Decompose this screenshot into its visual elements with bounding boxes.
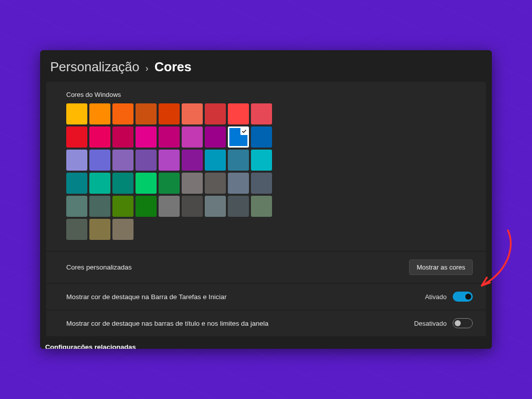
color-swatch[interactable] — [159, 126, 180, 148]
color-swatch[interactable] — [251, 173, 272, 194]
swatch-row — [66, 150, 272, 171]
color-swatch[interactable] — [182, 173, 203, 194]
breadcrumb-parent[interactable]: Personalização — [50, 59, 140, 75]
color-swatch[interactable] — [136, 150, 157, 171]
color-swatch[interactable] — [136, 126, 157, 148]
color-swatch[interactable] — [251, 103, 272, 124]
color-swatch[interactable] — [228, 126, 249, 148]
color-swatch[interactable] — [228, 103, 249, 124]
color-swatch[interactable] — [251, 126, 272, 148]
accent-taskbar-state: Ativado — [425, 293, 447, 301]
color-swatch[interactable] — [112, 196, 134, 217]
color-swatch[interactable] — [205, 196, 226, 217]
toggle-knob — [455, 320, 461, 326]
color-swatch[interactable] — [159, 150, 180, 171]
color-swatch[interactable] — [66, 219, 87, 240]
color-swatch-grid — [66, 103, 272, 240]
swatch-row — [66, 219, 272, 240]
color-swatch[interactable] — [182, 150, 203, 171]
chevron-right-icon: › — [146, 63, 149, 74]
show-colors-button[interactable]: Mostrar as cores — [409, 259, 473, 275]
color-swatch[interactable] — [112, 126, 134, 148]
color-swatch[interactable] — [251, 150, 272, 171]
color-swatch[interactable] — [66, 196, 87, 217]
accent-taskbar-row: Mostrar cor de destaque na Barra de Tare… — [46, 284, 486, 310]
windows-colors-section: Cores do Windows — [46, 82, 486, 251]
color-swatch[interactable] — [112, 173, 134, 194]
accent-titlebar-row: Mostrar cor de destaque nas barras de tí… — [46, 310, 486, 336]
swatch-row — [66, 173, 272, 194]
color-swatch[interactable] — [89, 126, 110, 148]
color-swatch[interactable] — [182, 126, 203, 148]
color-swatch[interactable] — [182, 196, 203, 217]
color-swatch[interactable] — [205, 150, 226, 171]
accent-titlebar-toggle[interactable] — [453, 318, 473, 328]
panel: Cores do Windows Cores personalizadas Mo… — [46, 82, 486, 336]
color-swatch[interactable] — [89, 196, 110, 217]
accent-titlebar-state: Desativado — [414, 320, 447, 327]
color-swatch[interactable] — [228, 196, 249, 217]
color-swatch[interactable] — [205, 173, 226, 194]
color-swatch[interactable] — [89, 103, 110, 124]
color-swatch[interactable] — [89, 219, 110, 240]
custom-colors-row: Cores personalizadas Mostrar as cores — [46, 251, 486, 284]
color-swatch[interactable] — [89, 173, 110, 194]
color-swatch[interactable] — [136, 103, 157, 124]
color-swatch[interactable] — [251, 196, 272, 217]
windows-colors-label: Cores do Windows — [66, 91, 475, 98]
color-swatch[interactable] — [205, 126, 226, 148]
color-swatch[interactable] — [136, 196, 157, 217]
color-swatch[interactable] — [66, 173, 87, 194]
custom-colors-label: Cores personalizadas — [66, 263, 132, 271]
color-swatch[interactable] — [66, 126, 87, 148]
color-swatch[interactable] — [159, 173, 180, 194]
swatch-row — [66, 196, 272, 217]
related-settings-heading: Configurações relacionadas — [40, 336, 492, 349]
color-swatch[interactable] — [66, 150, 87, 171]
color-swatch[interactable] — [112, 150, 134, 171]
breadcrumb: Personalização › Cores — [40, 50, 492, 82]
accent-taskbar-toggle[interactable] — [453, 292, 473, 302]
color-swatch[interactable] — [182, 103, 203, 124]
accent-titlebar-label: Mostrar cor de destaque nas barras de tí… — [66, 320, 269, 327]
color-swatch[interactable] — [159, 103, 180, 124]
color-swatch[interactable] — [228, 150, 249, 171]
swatch-row — [66, 126, 272, 148]
settings-window: Personalização › Cores Cores do Windows … — [40, 50, 492, 349]
toggle-knob — [465, 294, 471, 300]
swatch-row — [66, 103, 272, 124]
color-swatch[interactable] — [89, 150, 110, 171]
accent-taskbar-label: Mostrar cor de destaque na Barra de Tare… — [66, 293, 226, 301]
color-swatch[interactable] — [205, 103, 226, 124]
color-swatch[interactable] — [228, 173, 249, 194]
color-swatch[interactable] — [159, 196, 180, 217]
color-swatch[interactable] — [136, 173, 157, 194]
color-swatch[interactable] — [112, 219, 134, 240]
check-icon — [240, 127, 248, 135]
color-swatch[interactable] — [112, 103, 134, 124]
color-swatch[interactable] — [66, 103, 87, 124]
breadcrumb-current: Cores — [155, 59, 192, 75]
